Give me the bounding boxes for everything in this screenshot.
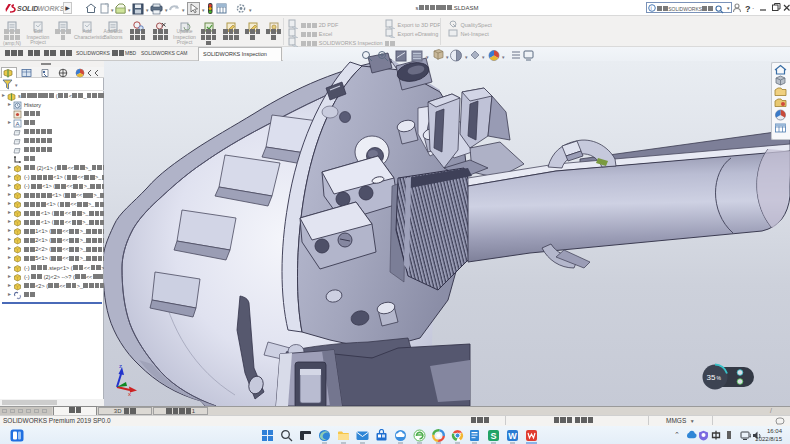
svg-text:35: 35	[707, 373, 716, 382]
svg-text:z: z	[119, 363, 122, 369]
svg-text:·: ·	[752, 5, 754, 12]
svg-text:▼: ▼	[14, 83, 18, 88]
svg-text:▼: ▼	[425, 55, 429, 60]
svg-text:%: %	[717, 375, 722, 381]
svg-text:▼: ▼	[110, 8, 114, 13]
svg-text:▼: ▼	[181, 8, 185, 13]
svg-text:A: A	[15, 121, 19, 127]
svg-text:W: W	[508, 431, 517, 441]
svg-text:SOLID: SOLID	[17, 5, 38, 12]
svg-text:▼: ▼	[464, 55, 468, 60]
svg-text:▼: ▼	[481, 55, 485, 60]
svg-text:▼: ▼	[248, 8, 252, 13]
svg-text:?: ?	[745, 4, 751, 14]
svg-text:▼: ▼	[164, 8, 168, 13]
svg-text:▼: ▼	[201, 8, 205, 13]
svg-text:S: S	[490, 431, 496, 441]
svg-text:▼: ▼	[145, 8, 149, 13]
svg-text:i: i	[651, 5, 652, 11]
svg-text:x: x	[128, 391, 131, 397]
svg-text:▼: ▼	[501, 55, 505, 60]
svg-text:▼: ▼	[127, 8, 131, 13]
svg-text:WORKS: WORKS	[38, 5, 65, 12]
svg-text:▼: ▼	[445, 55, 449, 60]
